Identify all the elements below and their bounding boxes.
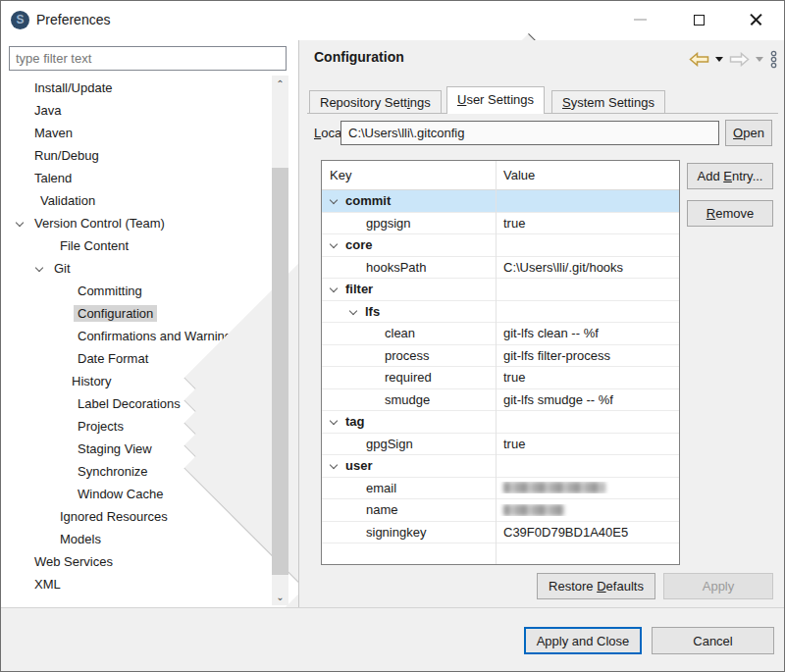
back-history-dropdown-icon[interactable] [715, 57, 723, 62]
table-row[interactable]: core [322, 234, 679, 257]
forward-arrow-icon[interactable] [729, 52, 750, 67]
remove-button[interactable]: Remove [687, 200, 773, 227]
redacted-email-value [503, 482, 605, 493]
open-button[interactable]: Open [725, 120, 772, 146]
sidebar: Install/Update Java Maven Run/Debug Tale… [1, 40, 298, 607]
tree-scrollbar[interactable]: ⌃ ⌄ [272, 76, 288, 605]
table-row[interactable]: filter [322, 279, 679, 301]
add-entry-button[interactable]: Add Entry... [687, 163, 773, 189]
title-bar: S Preferences [1, 1, 784, 40]
sidebar-item-committing[interactable]: Committing [1, 280, 272, 302]
sidebar-item-configuration[interactable]: Configuration [1, 302, 272, 325]
close-button[interactable] [733, 5, 778, 34]
apply-and-close-button[interactable]: Apply and Close [524, 627, 642, 654]
sidebar-item-version-control-team[interactable]: Version Control (Team) [1, 212, 272, 234]
close-icon [750, 14, 762, 26]
table-row[interactable]: email [322, 478, 679, 500]
scroll-up-icon[interactable]: ⌃ [272, 76, 288, 92]
sidebar-item-maven[interactable]: Maven [1, 122, 272, 144]
dialog-button-bar: Apply and Close Cancel [1, 607, 784, 672]
minimize-icon [634, 19, 647, 21]
sidebar-item-xml[interactable]: XML [1, 573, 272, 595]
forward-history-dropdown-icon[interactable] [756, 57, 763, 62]
table-row[interactable]: cleangit-lfs clean -- %f [322, 323, 679, 345]
sidebar-item-run-debug[interactable]: Run/Debug [1, 144, 272, 167]
table-row[interactable]: commit [322, 190, 679, 213]
sidebar-item-file-content[interactable]: File Content [1, 234, 272, 257]
chevron-down-icon[interactable] [330, 461, 338, 469]
maximize-icon [694, 15, 705, 26]
table-row[interactable]: tag [322, 411, 679, 434]
table-row[interactable]: requiredtrue [322, 367, 679, 389]
table-row[interactable]: lfs [322, 301, 679, 324]
location-row: Location: C:\Users\lli\.gitconfig Open [299, 119, 785, 148]
configuration-page: Configuration Repository Settings User S… [298, 40, 785, 607]
tab-repository-settings[interactable]: Repository Settings [309, 90, 442, 114]
preferences-tree: Install/Update Java Maven Run/Debug Tale… [1, 77, 272, 595]
page-title: Configuration [314, 49, 404, 65]
column-header-key[interactable]: Key [322, 168, 496, 182]
chevron-down-icon[interactable] [35, 264, 43, 272]
maximize-button[interactable] [676, 5, 721, 34]
redacted-name-value [503, 504, 564, 516]
settings-tabs: Repository Settings User Settings System… [307, 86, 778, 114]
back-arrow-icon[interactable] [689, 52, 709, 67]
table-row[interactable]: processgit-lfs filter-process [322, 345, 679, 368]
table-row[interactable]: gpgSigntrue [322, 434, 679, 456]
scroll-down-icon[interactable]: ⌄ [272, 589, 288, 605]
table-row[interactable]: name [322, 499, 679, 522]
location-field[interactable]: C:\Users\lli\.gitconfig [340, 121, 719, 145]
column-divider[interactable] [496, 161, 497, 564]
chevron-down-icon[interactable] [330, 196, 338, 204]
sidebar-item-models[interactable]: Models [1, 528, 272, 550]
filter-input[interactable] [9, 46, 287, 71]
preferences-dialog: { "window": { "title": "Preferences", "i… [0, 0, 785, 672]
column-header-value[interactable]: Value [496, 168, 535, 182]
cancel-button[interactable]: Cancel [652, 627, 774, 654]
table-header: Key Value [322, 161, 679, 190]
table-row[interactable]: user [322, 455, 679, 478]
chevron-down-icon[interactable] [330, 417, 338, 425]
sidebar-item-java[interactable]: Java [1, 99, 272, 122]
sidebar-item-install-update[interactable]: Install/Update [1, 77, 272, 99]
sidebar-item-talend[interactable]: Talend [1, 167, 272, 189]
tab-user-settings[interactable]: User Settings [446, 86, 545, 114]
window-title: Preferences [36, 12, 110, 27]
history-nav [689, 50, 778, 69]
view-menu-icon[interactable] [769, 50, 778, 69]
apply-button: Apply [663, 573, 773, 599]
chevron-down-icon[interactable] [330, 284, 338, 292]
app-icon: S [11, 11, 29, 29]
table-row[interactable]: hooksPathC:\Users\lli/.git/hooks [322, 257, 679, 280]
minimize-button[interactable] [617, 5, 662, 34]
scrollbar-thumb[interactable] [272, 168, 288, 575]
chevron-down-icon[interactable] [16, 219, 24, 227]
sidebar-item-validation[interactable]: Validation [1, 189, 272, 212]
table-row[interactable]: gpgsigntrue [322, 213, 679, 235]
sidebar-item-git[interactable]: Git [1, 257, 272, 280]
sidebar-item-web-services[interactable]: Web Services [1, 550, 272, 573]
table-row[interactable]: signingkeyC39F0D79BD1A40E5 [322, 522, 679, 544]
tab-system-settings[interactable]: System Settings [551, 90, 665, 114]
restore-defaults-button[interactable]: Restore Defaults [537, 573, 655, 599]
chevron-down-icon[interactable] [330, 240, 338, 248]
config-table[interactable]: Key Value commit gpgsigntrue core hooksP… [321, 160, 680, 565]
chevron-down-icon[interactable] [349, 307, 357, 315]
table-row[interactable]: smudgegit-lfs smudge -- %f [322, 389, 679, 412]
